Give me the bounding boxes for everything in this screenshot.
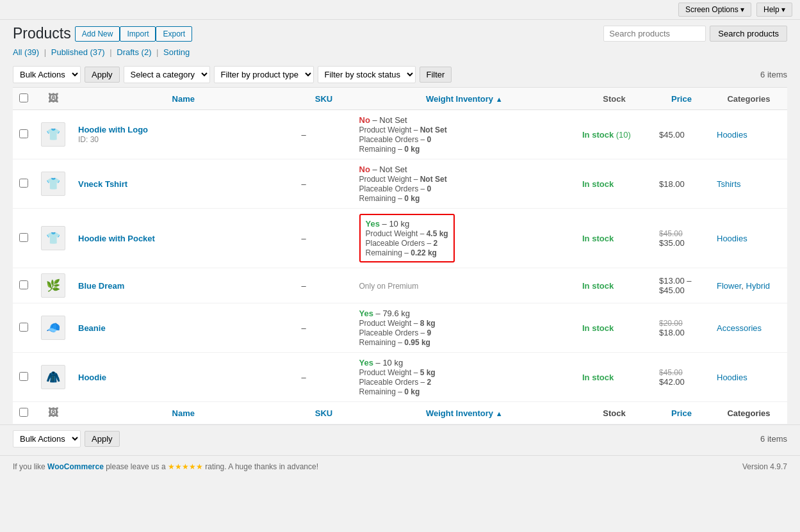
drafts-link[interactable]: Drafts (2) (117, 47, 151, 57)
sku-header[interactable]: SKU (295, 88, 353, 110)
product-type-select[interactable]: Filter by product type (214, 66, 314, 83)
product-categories-5: Hoodies (710, 353, 787, 402)
category-select[interactable]: Select a category (124, 66, 210, 83)
help-button[interactable]: Help ▾ (756, 3, 792, 17)
row-checkbox-2[interactable] (19, 233, 28, 242)
footer-mid: please leave us a (106, 462, 168, 471)
category-link-3[interactable]: Hybrid (746, 281, 771, 291)
sublinks-bar: All (39) | Published (37) | Drafts (2) |… (0, 45, 800, 62)
product-wi-3: Only on Premium (353, 268, 576, 303)
product-name-link-3[interactable]: Blue Dream (78, 281, 124, 291)
wi-header[interactable]: Weight Inventory ▲ (353, 88, 576, 110)
name-footer[interactable]: Name (72, 402, 295, 424)
price-footer-sort[interactable]: Price (671, 408, 692, 418)
stock-status-select[interactable]: Filter by stock status (318, 66, 416, 83)
product-price-0: $45.00 (653, 110, 710, 159)
table-row: 👕Hoodie with LogoID: 30Edit | Quick Edit… (13, 110, 787, 159)
table-row: 🧥Hoodie–Yes – 10 kg Product Weight – 5 k… (13, 353, 787, 402)
bulk-actions-bottom-select[interactable]: Bulk Actions (13, 430, 81, 447)
wi-footer[interactable]: Weight Inventory ▲ (353, 402, 576, 424)
wi-footer-sort[interactable]: Weight Inventory ▲ (426, 408, 503, 418)
table-footer-row: 🖼 Name SKU Weight Inventory ▲ Stock Pric… (13, 402, 787, 424)
wi-content-4: Yes – 79.6 kg Product Weight – 8 kg Plac… (359, 309, 570, 347)
published-link[interactable]: Published (37) (51, 47, 105, 57)
sku-footer-sort[interactable]: SKU (315, 408, 332, 418)
category-link-2[interactable]: Hoodies (717, 234, 747, 243)
category-link-5[interactable]: Hoodies (717, 373, 747, 382)
sorting-link[interactable]: Sorting (163, 47, 190, 57)
product-price-2: $45.00$35.00 (653, 209, 710, 268)
import-button[interactable]: Import (120, 26, 156, 42)
wi-content-0: No – Not Set Product Weight – Not Set Pl… (359, 115, 570, 154)
select-all-footer-checkbox[interactable] (19, 408, 28, 417)
product-sku-2: – (295, 209, 353, 268)
thumb-header: 🖼 (35, 88, 72, 110)
product-wi-4: Yes – 79.6 kg Product Weight – 8 kg Plac… (353, 303, 576, 353)
filter-button[interactable]: Filter (420, 67, 452, 83)
all-link[interactable]: All (39) (13, 47, 39, 57)
row-checkbox-5[interactable] (19, 372, 28, 381)
footer-pre: If you like (13, 462, 47, 471)
filters-row: Bulk Actions Apply Select a category Fil… (0, 62, 800, 87)
table-row: 👕Vneck Tshirt–No – Not Set Product Weigh… (13, 159, 787, 209)
bulk-actions-select[interactable]: Bulk Actions (13, 66, 81, 83)
row-checkbox-4[interactable] (19, 323, 28, 332)
apply-button-top[interactable]: Apply (85, 67, 120, 83)
table-row: 🌿Blue Dream–Only on PremiumIn stock$13.0… (13, 268, 787, 303)
wi-sort-link[interactable]: Weight Inventory ▲ (426, 94, 503, 104)
woocommerce-link[interactable]: WooCommerce (47, 462, 104, 471)
product-stock-4: In stock (576, 303, 653, 353)
product-name-link-4[interactable]: Beanie (78, 323, 106, 333)
bottom-bar: Bulk Actions Apply 6 items (0, 424, 800, 453)
category-link-4[interactable]: Accessories (717, 323, 762, 333)
category-link-3[interactable]: Flower (717, 281, 741, 291)
product-thumbnail-5: 🧥 (41, 365, 65, 389)
price-sort-link[interactable]: Price (671, 94, 692, 104)
footer-left: If you like WooCommerce please leave us … (13, 462, 318, 471)
row-checkbox-3[interactable] (19, 280, 28, 289)
product-name-link-1[interactable]: Vneck Tshirt (78, 179, 127, 189)
product-sku-0: – (295, 110, 353, 159)
price-footer[interactable]: Price (653, 402, 710, 424)
name-header[interactable]: Name (72, 88, 295, 110)
add-new-button[interactable]: Add New (75, 26, 120, 42)
product-name-link-2[interactable]: Hoodie with Pocket (78, 234, 155, 243)
search-input[interactable] (603, 26, 706, 42)
product-price-5: $45.00$42.00 (653, 353, 710, 402)
row-checkbox-1[interactable] (19, 179, 28, 188)
row-checkbox-0[interactable] (19, 129, 28, 138)
product-thumbnail-0: 👕 (41, 122, 65, 147)
product-sku-1: – (295, 159, 353, 209)
select-all-footer[interactable] (13, 402, 35, 424)
product-categories-2: Hoodies (710, 209, 787, 268)
thumb-footer: 🖼 (35, 402, 72, 424)
screen-options-button[interactable]: Screen Options ▾ (678, 3, 751, 17)
name-footer-sort[interactable]: Name (172, 408, 195, 418)
category-link-0[interactable]: Hoodies (717, 130, 747, 140)
sku-footer[interactable]: SKU (295, 402, 353, 424)
export-button[interactable]: Export (156, 26, 192, 42)
sku-sort-link[interactable]: SKU (315, 94, 332, 104)
stock-footer: Stock (576, 402, 653, 424)
product-id-0: ID: 30 (78, 135, 99, 144)
search-button[interactable]: Search products (710, 26, 787, 42)
name-sort-link[interactable]: Name (172, 94, 195, 104)
product-name-link-5[interactable]: Hoodie (78, 373, 106, 382)
wi-premium-3: Only on Premium (359, 282, 419, 291)
product-categories-1: Tshirts (710, 159, 787, 209)
apply-button-bottom[interactable]: Apply (85, 431, 120, 447)
price-header[interactable]: Price (653, 88, 710, 110)
footer-end: rating. A huge thanks in advance! (205, 462, 318, 471)
table-header-row: 🖼 Name SKU Weight Inventory ▲ Stock Pric… (13, 88, 787, 110)
product-sku-3: – (295, 268, 353, 303)
stock-header: Stock (576, 88, 653, 110)
product-wi-2: Yes – 10 kg Product Weight – 4.5 kg Plac… (353, 209, 576, 268)
product-sku-4: – (295, 303, 353, 353)
select-all-header[interactable] (13, 88, 35, 110)
category-link-1[interactable]: Tshirts (717, 179, 741, 189)
product-price-1: $18.00 (653, 159, 710, 209)
product-wi-1: No – Not Set Product Weight – Not Set Pl… (353, 159, 576, 209)
product-thumbnail-3: 🌿 (41, 273, 65, 298)
select-all-checkbox[interactable] (19, 93, 28, 102)
product-name-link-0[interactable]: Hoodie with Logo (78, 125, 148, 134)
